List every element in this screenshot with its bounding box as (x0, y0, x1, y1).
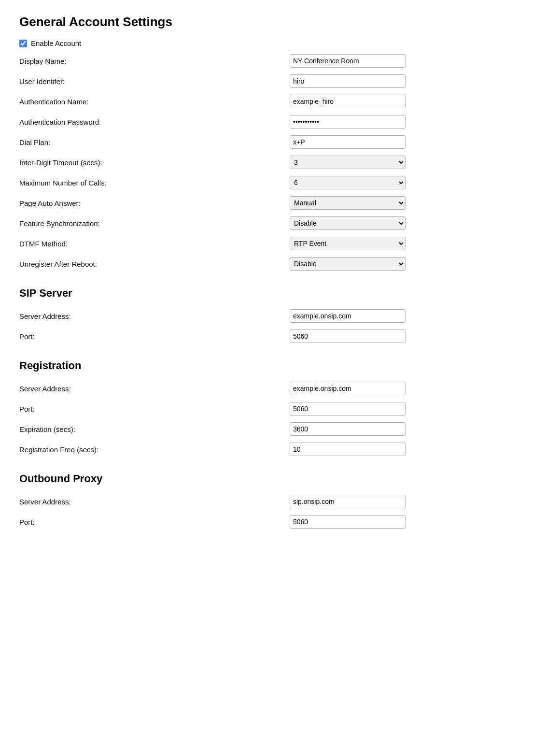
sip-server-address-control (290, 309, 406, 323)
sip-server-port-row: Port: (19, 329, 541, 344)
inter-digit-timeout-control: 1 2 3 4 5 (290, 156, 406, 169)
reg-freq-label: Registration Freq (secs): (19, 445, 290, 454)
sip-server-port-input[interactable] (290, 330, 406, 343)
auth-password-row: Authentication Password: (19, 114, 541, 129)
unregister-reboot-label: Unregister After Reboot: (19, 260, 290, 268)
reg-server-address-input[interactable] (290, 382, 406, 395)
user-identifier-row: User Identifer: (19, 73, 541, 89)
sip-server-heading: SIP Server (19, 287, 541, 300)
dial-plan-control (290, 135, 406, 149)
user-identifier-control (290, 74, 406, 88)
user-identifier-input[interactable] (290, 74, 406, 88)
proxy-server-address-row: Server Address: (19, 494, 541, 509)
sip-server-address-label: Server Address: (19, 312, 290, 320)
auth-password-control (290, 115, 406, 129)
display-name-input[interactable] (290, 54, 406, 68)
auth-name-input[interactable] (290, 95, 406, 108)
auth-name-row: Authentication Name: (19, 94, 541, 109)
feature-sync-control: Disable Enable (290, 216, 406, 230)
reg-expiration-row: Expiration (secs): (19, 421, 541, 437)
dtmf-method-control: RTP Event SIP INFO Inband (290, 237, 406, 250)
page-title: General Account Settings (19, 14, 541, 29)
reg-server-port-label: Port: (19, 405, 290, 413)
outbound-proxy-heading: Outbound Proxy (19, 473, 541, 485)
general-section: Enable Account Display Name: User Identi… (19, 39, 541, 272)
page-auto-answer-label: Page Auto Answer: (19, 199, 290, 207)
sip-server-address-row: Server Address: (19, 308, 541, 324)
max-calls-control: 1 2 3 4 5 6 7 8 (290, 176, 406, 189)
user-identifier-label: User Identifer: (19, 77, 290, 86)
reg-freq-row: Registration Freq (secs): (19, 442, 541, 457)
reg-expiration-input[interactable] (290, 422, 406, 436)
inter-digit-timeout-row: Inter-Digit Timeout (secs): 1 2 3 4 5 (19, 155, 541, 170)
reg-expiration-control (290, 422, 406, 436)
reg-server-port-input[interactable] (290, 402, 406, 415)
max-calls-select[interactable]: 1 2 3 4 5 6 7 8 (290, 176, 406, 189)
dial-plan-input[interactable] (290, 135, 406, 149)
dial-plan-label: Dial Plan: (19, 138, 290, 146)
proxy-server-address-input[interactable] (290, 495, 406, 508)
reg-server-address-row: Server Address: (19, 381, 541, 396)
inter-digit-timeout-label: Inter-Digit Timeout (secs): (19, 158, 290, 167)
sip-server-address-input[interactable] (290, 309, 406, 323)
unregister-reboot-control: Disable Enable (290, 257, 406, 271)
display-name-label: Display Name: (19, 57, 290, 65)
dial-plan-row: Dial Plan: (19, 134, 541, 150)
page-auto-answer-row: Page Auto Answer: Manual Auto (19, 195, 541, 211)
proxy-server-port-input[interactable] (290, 515, 406, 529)
feature-sync-row: Feature Synchronization: Disable Enable (19, 215, 541, 231)
reg-freq-input[interactable] (290, 443, 406, 456)
reg-expiration-label: Expiration (secs): (19, 425, 290, 433)
enable-account-row: Enable Account (19, 39, 541, 47)
reg-server-port-row: Port: (19, 401, 541, 416)
page-auto-answer-select[interactable]: Manual Auto (290, 196, 406, 210)
max-calls-row: Maximum Number of Calls: 1 2 3 4 5 6 7 8 (19, 175, 541, 190)
proxy-server-port-control (290, 515, 406, 529)
proxy-server-address-control (290, 495, 406, 508)
reg-server-port-control (290, 402, 406, 415)
feature-sync-label: Feature Synchronization: (19, 219, 290, 228)
sip-server-port-label: Port: (19, 332, 290, 341)
auth-name-control (290, 95, 406, 108)
auth-password-input[interactable] (290, 115, 406, 129)
feature-sync-select[interactable]: Disable Enable (290, 216, 406, 230)
enable-account-label: Enable Account (31, 39, 81, 47)
enable-account-checkbox[interactable] (19, 40, 27, 47)
display-name-row: Display Name: (19, 53, 541, 69)
proxy-server-address-label: Server Address: (19, 498, 290, 506)
display-name-control (290, 54, 406, 68)
proxy-server-port-row: Port: (19, 514, 541, 530)
auth-name-label: Authentication Name: (19, 98, 290, 106)
dtmf-method-select[interactable]: RTP Event SIP INFO Inband (290, 237, 406, 250)
sip-server-port-control (290, 330, 406, 343)
proxy-server-port-label: Port: (19, 518, 290, 526)
dtmf-method-label: DTMF Method: (19, 240, 290, 248)
registration-section: Server Address: Port: Expiration (secs):… (19, 381, 541, 457)
auth-password-label: Authentication Password: (19, 118, 290, 126)
sip-server-section: Server Address: Port: (19, 308, 541, 344)
page-auto-answer-control: Manual Auto (290, 196, 406, 210)
reg-server-address-control (290, 382, 406, 395)
reg-freq-control (290, 443, 406, 456)
max-calls-label: Maximum Number of Calls: (19, 179, 290, 187)
outbound-proxy-section: Server Address: Port: (19, 494, 541, 530)
unregister-reboot-select[interactable]: Disable Enable (290, 257, 406, 271)
dtmf-method-row: DTMF Method: RTP Event SIP INFO Inband (19, 236, 541, 251)
reg-server-address-label: Server Address: (19, 385, 290, 393)
inter-digit-timeout-select[interactable]: 1 2 3 4 5 (290, 156, 406, 169)
registration-heading: Registration (19, 359, 541, 372)
unregister-reboot-row: Unregister After Reboot: Disable Enable (19, 256, 541, 272)
